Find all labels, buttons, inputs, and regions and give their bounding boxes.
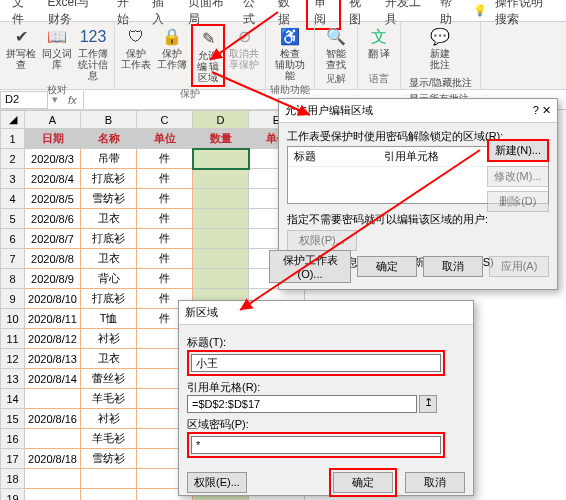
cell[interactable]: 2020/8/11 bbox=[25, 309, 81, 329]
cell[interactable]: 件 bbox=[137, 189, 193, 209]
cell[interactable]: 件 bbox=[137, 149, 193, 169]
new-comment-button[interactable]: 💬新建 批注 bbox=[423, 24, 457, 72]
cell[interactable]: 打底衫 bbox=[81, 229, 137, 249]
menu-search[interactable]: 操作说明搜索 bbox=[487, 0, 562, 30]
help-icon[interactable]: ? bbox=[533, 104, 539, 116]
cell[interactable]: 雪纺衫 bbox=[81, 189, 137, 209]
dlg1-apply-button[interactable]: 应用(A) bbox=[489, 256, 549, 277]
cell[interactable] bbox=[193, 249, 249, 269]
protect-sheet-btn[interactable]: 保护工作表(O)... bbox=[269, 250, 351, 283]
translate-button[interactable]: 文翻 译 bbox=[362, 24, 396, 61]
cell[interactable] bbox=[25, 429, 81, 449]
header-date[interactable]: 日期 bbox=[25, 129, 81, 149]
cell[interactable] bbox=[25, 389, 81, 409]
cell[interactable] bbox=[193, 269, 249, 289]
cell[interactable]: 件 bbox=[137, 209, 193, 229]
cell[interactable]: 2020/8/18 bbox=[25, 449, 81, 469]
cell[interactable]: 2020/8/5 bbox=[25, 189, 81, 209]
unshare-button[interactable]: ⊘取消共 享保护 bbox=[227, 24, 261, 72]
cell[interactable]: T恤 bbox=[81, 309, 137, 329]
row-head[interactable]: 13 bbox=[1, 369, 25, 389]
cell[interactable]: 卫衣 bbox=[81, 249, 137, 269]
row-head[interactable]: 15 bbox=[1, 409, 25, 429]
dlg2-ok-button[interactable]: 确定 bbox=[333, 472, 393, 493]
allow-edit-button[interactable]: ✎允许编 辑区域 bbox=[191, 24, 225, 87]
smart-lookup-button[interactable]: 🔍智能 查找 bbox=[319, 24, 353, 72]
cell[interactable]: 打底衫 bbox=[81, 289, 137, 309]
row-head[interactable]: 3 bbox=[1, 169, 25, 189]
cell[interactable] bbox=[81, 489, 137, 501]
ref-input[interactable] bbox=[187, 395, 417, 413]
cell[interactable]: 2020/8/3 bbox=[25, 149, 81, 169]
row-head[interactable]: 7 bbox=[1, 249, 25, 269]
cell[interactable]: 2020/8/4 bbox=[25, 169, 81, 189]
permission-button[interactable]: 权限(P)... bbox=[287, 230, 357, 251]
cell[interactable]: 件 bbox=[137, 249, 193, 269]
cell[interactable]: 2020/8/10 bbox=[25, 289, 81, 309]
cell[interactable]: 2020/8/8 bbox=[25, 249, 81, 269]
spellcheck-button[interactable]: ✔拼写检查 bbox=[4, 24, 38, 72]
name-box[interactable]: D2 bbox=[0, 91, 48, 109]
protect-sheet-button[interactable]: 🛡保护 工作表 bbox=[119, 24, 153, 72]
cell[interactable]: 衬衫 bbox=[81, 409, 137, 429]
header-name[interactable]: 名称 bbox=[81, 129, 137, 149]
stats-button[interactable]: 123工作簿 统计信息 bbox=[76, 24, 110, 83]
cell[interactable] bbox=[25, 489, 81, 501]
row-head[interactable]: 1 bbox=[1, 129, 25, 149]
row-head[interactable]: 12 bbox=[1, 349, 25, 369]
modify-button[interactable]: 修改(M)... bbox=[487, 166, 549, 187]
cell[interactable]: 2020/8/6 bbox=[25, 209, 81, 229]
protect-wb-button[interactable]: 🔒保护 工作簿 bbox=[155, 24, 189, 72]
cell[interactable]: 件 bbox=[137, 229, 193, 249]
cell[interactable]: 2020/8/9 bbox=[25, 269, 81, 289]
row-head[interactable]: 9 bbox=[1, 289, 25, 309]
dlg1-ok-button[interactable]: 确定 bbox=[357, 256, 417, 277]
cell[interactable] bbox=[193, 169, 249, 189]
cell[interactable]: 件 bbox=[137, 169, 193, 189]
col-B[interactable]: B bbox=[81, 111, 137, 129]
cell[interactable]: 2020/8/16 bbox=[25, 409, 81, 429]
fx-icon[interactable]: fx bbox=[62, 94, 83, 106]
row-head[interactable]: 2 bbox=[1, 149, 25, 169]
row-head[interactable]: 19 bbox=[1, 489, 25, 501]
row-head[interactable]: 6 bbox=[1, 229, 25, 249]
col-D[interactable]: D bbox=[193, 111, 249, 129]
row-head[interactable]: 5 bbox=[1, 209, 25, 229]
row-head[interactable]: 14 bbox=[1, 389, 25, 409]
dlg1-cancel-button[interactable]: 取消 bbox=[423, 256, 483, 277]
cell[interactable]: 雪纺衫 bbox=[81, 449, 137, 469]
col-A[interactable]: A bbox=[25, 111, 81, 129]
range-picker-icon[interactable]: ↥ bbox=[419, 395, 437, 413]
cell[interactable]: 2020/8/14 bbox=[25, 369, 81, 389]
cell[interactable]: 2020/8/12 bbox=[25, 329, 81, 349]
delete-button[interactable]: 删除(D) bbox=[487, 191, 549, 212]
row-head[interactable]: 4 bbox=[1, 189, 25, 209]
row-head[interactable]: 10 bbox=[1, 309, 25, 329]
cell[interactable]: 吊带 bbox=[81, 149, 137, 169]
row-head[interactable]: 11 bbox=[1, 329, 25, 349]
dlg2-cancel-button[interactable]: 取消 bbox=[405, 472, 465, 493]
cell[interactable]: 蕾丝衫 bbox=[81, 369, 137, 389]
cell[interactable]: 羊毛衫 bbox=[81, 429, 137, 449]
row-head[interactable]: 18 bbox=[1, 469, 25, 489]
new-range-button[interactable]: 新建(N)... bbox=[487, 139, 549, 162]
cell[interactable]: 打底衫 bbox=[81, 169, 137, 189]
cell[interactable]: 卫衣 bbox=[81, 209, 137, 229]
cell[interactable]: 2020/8/7 bbox=[25, 229, 81, 249]
cell[interactable]: 件 bbox=[137, 269, 193, 289]
title-input[interactable] bbox=[191, 354, 441, 372]
cell[interactable]: 衬衫 bbox=[81, 329, 137, 349]
cell[interactable]: 2020/8/13 bbox=[25, 349, 81, 369]
cell[interactable]: 羊毛衫 bbox=[81, 389, 137, 409]
check-acc-button[interactable]: ♿检查 辅助功能 bbox=[273, 24, 307, 83]
thesaurus-button[interactable]: 📖同义词库 bbox=[40, 24, 74, 72]
row-head[interactable]: 17 bbox=[1, 449, 25, 469]
header-unit[interactable]: 单位 bbox=[137, 129, 193, 149]
cell[interactable] bbox=[25, 469, 81, 489]
cell[interactable] bbox=[193, 229, 249, 249]
row-head[interactable]: 16 bbox=[1, 429, 25, 449]
row-head[interactable]: 8 bbox=[1, 269, 25, 289]
dlg2-perm-button[interactable]: 权限(E)... bbox=[187, 472, 247, 493]
corner-cell[interactable]: ◢ bbox=[1, 111, 25, 129]
cell[interactable] bbox=[193, 209, 249, 229]
